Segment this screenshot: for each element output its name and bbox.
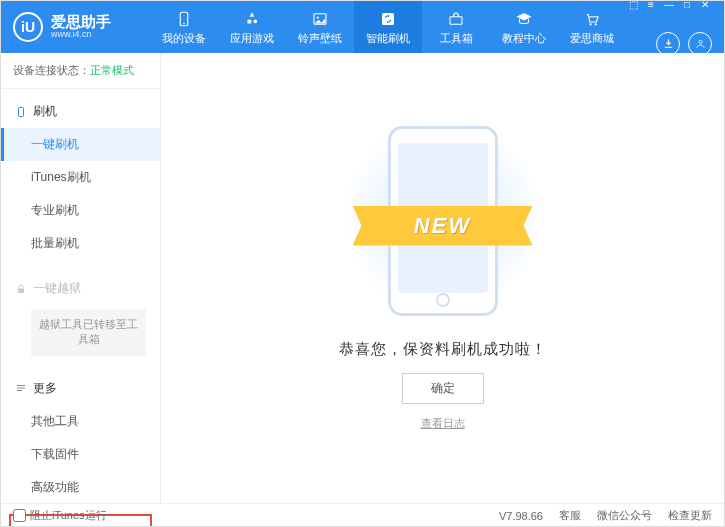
nav-apps[interactable]: 应用游戏 — [218, 1, 286, 53]
picture-icon — [310, 9, 330, 29]
graduation-icon — [514, 9, 534, 29]
sidebar-more-header[interactable]: 更多 — [1, 372, 160, 405]
svg-point-6 — [589, 23, 591, 25]
footer-support-link[interactable]: 客服 — [559, 508, 581, 523]
sidebar-item-other[interactable]: 其他工具 — [1, 405, 160, 438]
svg-point-3 — [317, 16, 319, 18]
minimize-button[interactable]: — — [662, 0, 676, 10]
theme-icon[interactable]: ⬚ — [626, 0, 640, 10]
nav-tutorials[interactable]: 教程中心 — [490, 1, 558, 53]
nav-label: 我的设备 — [162, 31, 206, 46]
sidebar-header-label: 更多 — [33, 380, 57, 397]
svg-rect-9 — [19, 107, 24, 116]
phone-icon — [174, 9, 194, 29]
svg-rect-5 — [450, 16, 462, 24]
sidebar-item-pro[interactable]: 专业刷机 — [1, 194, 160, 227]
sidebar-item-oneclick[interactable]: 一键刷机 — [1, 128, 160, 161]
nav-label: 智能刷机 — [366, 31, 410, 46]
nav-label: 工具箱 — [440, 31, 473, 46]
success-message: 恭喜您，保资料刷机成功啦！ — [339, 340, 547, 359]
footer-wechat-link[interactable]: 微信公众号 — [597, 508, 652, 523]
svg-point-8 — [698, 40, 701, 43]
main-content: NEW 恭喜您，保资料刷机成功啦！ 确定 查看日志 — [161, 53, 724, 503]
sidebar: 设备连接状态：正常模式 刷机 一键刷机 iTunes刷机 专业刷机 批量刷机 一… — [1, 53, 161, 503]
nav-label: 铃声壁纸 — [298, 31, 342, 46]
sidebar-jailbreak-header: 一键越狱 — [1, 272, 160, 305]
maximize-button[interactable]: □ — [680, 0, 694, 10]
cart-icon — [582, 9, 602, 29]
ok-button[interactable]: 确定 — [402, 373, 484, 404]
logo-icon: iU — [13, 12, 43, 42]
apps-icon — [242, 9, 262, 29]
connection-status: 设备连接状态：正常模式 — [1, 53, 160, 89]
logo-area: iU 爱思助手 www.i4.cn — [13, 12, 150, 42]
top-nav: 我的设备 应用游戏 铃声壁纸 智能刷机 工具箱 教程中心 爱思商城 — [150, 1, 626, 53]
flash-icon — [15, 106, 27, 118]
block-itunes-checkbox[interactable]: 阻止iTunes运行 — [13, 508, 107, 523]
download-button[interactable] — [656, 32, 680, 56]
app-name: 爱思助手 — [51, 14, 111, 31]
user-button[interactable] — [688, 32, 712, 56]
svg-point-1 — [183, 22, 185, 24]
nav-toolbox[interactable]: 工具箱 — [422, 1, 490, 53]
svg-rect-10 — [18, 288, 24, 293]
nav-label: 教程中心 — [502, 31, 546, 46]
jailbreak-note: 越狱工具已转移至工具箱 — [31, 309, 146, 356]
view-log-link[interactable]: 查看日志 — [421, 416, 465, 431]
status-label: 设备连接状态： — [13, 64, 90, 76]
sidebar-flash-header[interactable]: 刷机 — [1, 95, 160, 128]
sidebar-header-label: 一键越狱 — [33, 280, 81, 297]
nav-store[interactable]: 爱思商城 — [558, 1, 626, 53]
nav-ringtones[interactable]: 铃声壁纸 — [286, 1, 354, 53]
sidebar-item-advanced[interactable]: 高级功能 — [1, 471, 160, 504]
lock-icon — [15, 283, 27, 295]
toolbox-icon — [446, 9, 466, 29]
success-graphic: NEW — [373, 126, 513, 326]
status-value: 正常模式 — [90, 64, 134, 76]
refresh-icon — [378, 9, 398, 29]
more-icon — [15, 382, 27, 394]
sidebar-item-itunes[interactable]: iTunes刷机 — [1, 161, 160, 194]
svg-point-7 — [595, 23, 597, 25]
app-url: www.i4.cn — [51, 30, 111, 40]
nav-my-device[interactable]: 我的设备 — [150, 1, 218, 53]
version-text: V7.98.66 — [499, 510, 543, 522]
new-ribbon: NEW — [353, 206, 533, 246]
footer-update-link[interactable]: 检查更新 — [668, 508, 712, 523]
nav-label: 应用游戏 — [230, 31, 274, 46]
sidebar-item-download[interactable]: 下载固件 — [1, 438, 160, 471]
nav-label: 爱思商城 — [570, 31, 614, 46]
close-button[interactable]: ✕ — [698, 0, 712, 10]
menu-icon[interactable]: ≡ — [644, 0, 658, 10]
sidebar-header-label: 刷机 — [33, 103, 57, 120]
nav-smart-flash[interactable]: 智能刷机 — [354, 1, 422, 53]
sidebar-item-batch[interactable]: 批量刷机 — [1, 227, 160, 260]
checkbox-label: 阻止iTunes运行 — [30, 508, 107, 523]
titlebar: iU 爱思助手 www.i4.cn 我的设备 应用游戏 铃声壁纸 智能刷机 工具… — [1, 1, 724, 53]
